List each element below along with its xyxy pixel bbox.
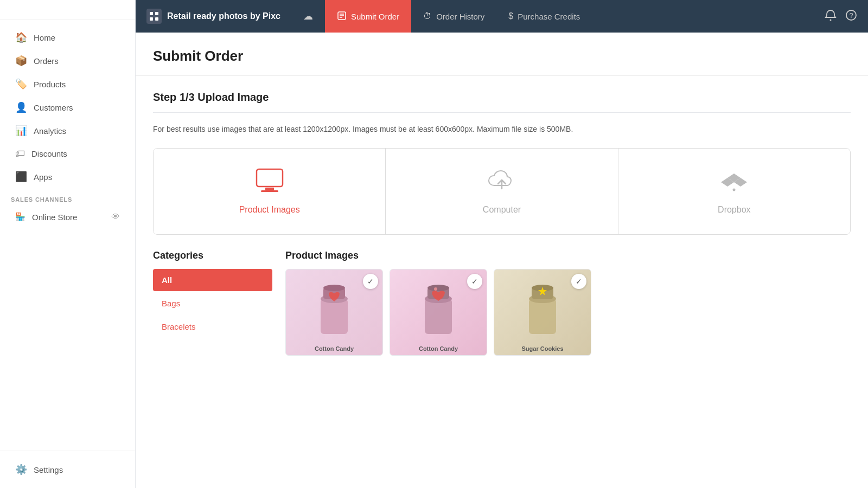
dropbox-label: Dropbox: [718, 205, 750, 215]
svg-rect-13: [261, 190, 278, 192]
jar-svg-3: [518, 282, 567, 342]
tab-submit-order[interactable]: Submit Order: [325, 0, 411, 33]
purchase-credits-icon: $: [508, 11, 513, 21]
tab-order-history[interactable]: ⏱ Order History: [411, 0, 496, 33]
product-image-card-2[interactable]: ✓ Cotton Candy: [390, 269, 487, 356]
sidebar: 🏠 Home 📦 Orders 🏷️ Products 👤 Customers …: [0, 0, 136, 488]
cloud-icon: ☁: [303, 10, 313, 22]
sidebar-item-apps[interactable]: ⬛ Apps: [4, 165, 131, 188]
analytics-icon: 📊: [15, 125, 27, 137]
notification-button[interactable]: [825, 9, 837, 24]
customers-icon: 👤: [15, 101, 27, 113]
orders-icon: 📦: [15, 55, 27, 67]
card2-label: Cotton Candy: [390, 345, 487, 352]
page-title: Submit Order: [153, 48, 851, 65]
dropbox-icon: [720, 168, 748, 198]
svg-rect-28: [529, 299, 556, 334]
settings-icon: ⚙️: [15, 464, 27, 476]
upload-sources-container: Product Images Computer: [153, 148, 851, 235]
svg-point-26: [427, 285, 449, 291]
svg-point-27: [434, 287, 437, 291]
check-badge-3: ✓: [571, 274, 586, 289]
submit-order-icon: [337, 11, 347, 22]
topbar-right: ?: [825, 9, 868, 24]
tab-purchase-credits-label: Purchase Credits: [518, 12, 580, 21]
step-divider: [153, 112, 851, 113]
tab-home[interactable]: ☁: [291, 0, 325, 33]
svg-rect-11: [257, 169, 283, 187]
categories-panel: Categories All Bags Bracelets: [153, 250, 272, 356]
sidebar-logo: [0, 0, 135, 20]
svg-point-22: [323, 285, 345, 291]
category-bracelets[interactable]: Bracelets: [153, 316, 272, 338]
sidebar-bottom: ⚙️ Settings: [0, 451, 135, 488]
card1-label: Cotton Candy: [286, 345, 382, 352]
jar-svg-2: [414, 282, 463, 342]
jar-svg-1: [310, 282, 359, 342]
category-bags[interactable]: Bags: [153, 292, 272, 314]
monitor-icon: [256, 168, 284, 198]
discounts-icon: 🏷: [15, 148, 25, 159]
sidebar-item-online-store[interactable]: 🏪 Online Store 👁: [4, 207, 131, 227]
page-body: Submit Order Step 1/3 Upload Image For b…: [136, 33, 868, 488]
svg-rect-1: [155, 12, 158, 15]
products-icon: 🏷️: [15, 78, 27, 90]
sidebar-item-orders[interactable]: 📦 Orders: [4, 49, 131, 72]
upload-source-product-images[interactable]: Product Images: [154, 149, 386, 234]
help-button[interactable]: ?: [845, 9, 857, 24]
check-badge-1: ✓: [363, 274, 378, 289]
upload-source-computer[interactable]: Computer: [386, 149, 618, 234]
sidebar-item-home[interactable]: 🏠 Home: [4, 26, 131, 49]
step1-section: Step 1/3 Upload Image For best results u…: [136, 76, 868, 371]
sidebar-item-discounts[interactable]: 🏷 Discounts: [4, 143, 131, 165]
step-hint: For best results use images that are at …: [153, 124, 851, 135]
eye-icon[interactable]: 👁: [111, 212, 120, 222]
sidebar-item-analytics[interactable]: 📊 Analytics: [4, 119, 131, 142]
content-grid: Categories All Bags Bracelets Product Im…: [153, 250, 851, 356]
product-images-title: Product Images: [285, 250, 851, 261]
product-images-panel: Product Images: [285, 250, 851, 356]
app-logo-icon: [146, 9, 162, 24]
sales-channels-label: SALES CHANNELS: [0, 189, 135, 206]
svg-rect-0: [150, 12, 153, 15]
topbar-tabs: ☁ Submit Order ⏱ Order History $ Purchas…: [291, 0, 825, 33]
tab-purchase-credits[interactable]: $ Purchase Credits: [496, 0, 592, 33]
sidebar-nav: 🏠 Home 📦 Orders 🏷️ Products 👤 Customers …: [0, 20, 135, 451]
svg-text:?: ?: [849, 11, 853, 20]
upload-sources: Product Images Computer: [154, 149, 850, 234]
topbar-logo: Retail ready photos by Pixc: [146, 9, 291, 24]
page-header: Submit Order: [136, 33, 868, 76]
product-image-card-3[interactable]: ✓ Sugar Cookies: [494, 269, 591, 356]
sidebar-item-settings[interactable]: ⚙️ Settings: [4, 458, 131, 481]
category-all[interactable]: All: [153, 269, 272, 291]
step-title: Step 1/3 Upload Image: [153, 91, 851, 104]
main-content: Retail ready photos by Pixc ☁ Submit Ord…: [136, 0, 868, 488]
apps-icon: ⬛: [15, 171, 27, 183]
categories-title: Categories: [153, 250, 272, 261]
tab-order-history-label: Order History: [436, 12, 484, 21]
online-store-icon: 🏪: [15, 212, 25, 222]
svg-point-18: [733, 189, 736, 191]
product-image-card-1[interactable]: ✓ Cotton Candy: [285, 269, 383, 356]
order-history-icon: ⏱: [423, 11, 432, 21]
card3-label: Sugar Cookies: [494, 345, 591, 352]
upload-cloud-icon: [488, 168, 516, 198]
home-icon: 🏠: [15, 31, 27, 43]
app-name: Retail ready photos by Pixc: [167, 11, 280, 21]
product-images-grid: ✓ Cotton Candy: [285, 269, 851, 356]
sidebar-item-products[interactable]: 🏷️ Products: [4, 73, 131, 95]
svg-rect-23: [425, 299, 452, 334]
sidebar-item-customers[interactable]: 👤 Customers: [4, 96, 131, 119]
svg-rect-2: [150, 17, 153, 21]
topbar: Retail ready photos by Pixc ☁ Submit Ord…: [136, 0, 868, 33]
svg-rect-3: [155, 17, 158, 21]
tab-submit-order-label: Submit Order: [351, 12, 399, 21]
svg-rect-19: [321, 299, 348, 334]
upload-source-dropbox[interactable]: Dropbox: [618, 149, 850, 234]
check-badge-2: ✓: [467, 274, 482, 289]
product-images-label: Product Images: [239, 205, 300, 215]
computer-label: Computer: [483, 205, 521, 215]
svg-rect-12: [265, 188, 274, 190]
